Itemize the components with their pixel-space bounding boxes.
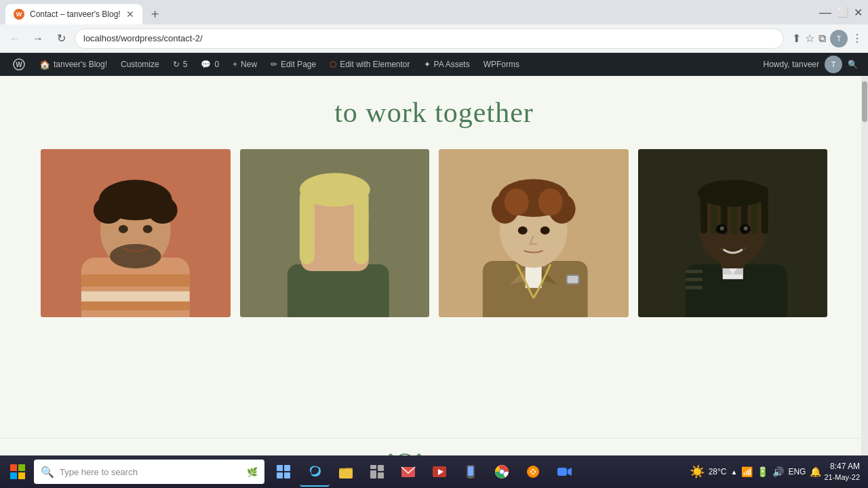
taskbar-edge[interactable] (300, 457, 330, 487)
taskbar-apps (269, 457, 579, 487)
svg-rect-49 (685, 270, 702, 273)
taskbar-time-display: 8:47 AM (824, 461, 860, 472)
taskbar-search-box[interactable]: 🔍 Type here to search 🌿 (34, 460, 264, 484)
pa-assets-button[interactable]: ✦ PA Assets (417, 53, 477, 76)
comments-icon: 💬 (201, 60, 211, 69)
user-avatar-adminbar[interactable]: T (825, 56, 842, 73)
volume-icon: 🔊 (772, 466, 784, 477)
svg-point-94 (470, 476, 471, 478)
split-icon[interactable]: ⧉ (818, 33, 826, 45)
svg-rect-79 (18, 472, 25, 479)
tab-close-button[interactable]: ✕ (126, 9, 134, 20)
menu-icon[interactable]: ⋮ (852, 32, 863, 45)
taskbar-email[interactable] (393, 457, 423, 487)
team-grid (41, 149, 827, 317)
team-card-1 (41, 149, 231, 317)
site-name-button[interactable]: 🏠 tanveer's Blog! (33, 53, 114, 76)
svg-rect-93 (468, 466, 473, 476)
tab-title: Contact – tanveer's Blog! (30, 9, 121, 19)
taskbar-system-icons: ☀️ 28°C ▲ 📶 🔋 🔊 ENG 🔔 (690, 464, 822, 479)
taskbar-settings[interactable] (362, 457, 392, 487)
start-button[interactable] (3, 457, 33, 487)
minimize-button[interactable]: — (819, 5, 831, 20)
user-avatar[interactable]: T (830, 30, 848, 47)
taskbar-clock[interactable]: 8:47 AM 21-May-22 (824, 461, 860, 483)
share-icon[interactable]: ⬆ (792, 32, 801, 45)
reload-button[interactable]: ↻ (52, 29, 71, 48)
svg-point-14 (143, 225, 153, 233)
hero-subtitle: to work together (334, 83, 534, 149)
new-button[interactable]: + New (226, 53, 264, 76)
address-bar[interactable]: localhost/wordpress/contact-2/ (75, 28, 784, 49)
scrollbar-thumb[interactable] (862, 81, 867, 122)
edit-page-button[interactable]: ✏ Edit Page (264, 53, 323, 76)
wpforms-button[interactable]: WPForms (477, 53, 526, 76)
back-button[interactable]: ← (5, 29, 24, 48)
svg-rect-50 (685, 278, 702, 281)
forward-button[interactable]: → (28, 29, 47, 48)
taskbar-chrome2[interactable] (518, 457, 548, 487)
wpforms-label: WPForms (484, 60, 519, 69)
svg-rect-82 (277, 472, 283, 479)
wp-logo-icon: W (12, 58, 26, 71)
svg-point-61 (697, 180, 768, 207)
wp-logo-button[interactable]: W (5, 53, 33, 76)
svg-rect-4 (81, 274, 190, 287)
svg-rect-81 (284, 465, 290, 471)
browser-addressbar: ← → ↻ localhost/wordpress/contact-2/ ⬆ ☆… (0, 24, 868, 53)
adminbar-search-icon[interactable]: 🔍 (842, 53, 863, 76)
new-icon: + (233, 60, 237, 69)
svg-rect-78 (10, 472, 17, 479)
svg-rect-100 (557, 468, 567, 476)
svg-rect-76 (10, 464, 17, 471)
page-content: to work together (0, 76, 868, 438)
svg-rect-88 (378, 472, 384, 479)
svg-point-97 (500, 470, 504, 474)
svg-point-10 (94, 197, 123, 224)
taskbar: 🔍 Type here to search 🌿 (0, 455, 868, 488)
active-tab[interactable]: W Contact – tanveer's Blog! ✕ (5, 4, 142, 24)
adminbar-right: Howdy, tanveer T 🔍 (758, 53, 863, 76)
team-card-2 (240, 149, 430, 317)
taskbar-search-icon: 🔍 (41, 466, 54, 479)
revisions-count: 5 (183, 60, 188, 69)
tab-favicon: W (14, 9, 24, 20)
svg-point-39 (538, 188, 563, 216)
taskbar-file-explorer[interactable] (331, 457, 361, 487)
edit-icon: ✏ (271, 60, 277, 69)
arrow-up-icon[interactable]: ▲ (731, 468, 738, 476)
scrollbar[interactable] (861, 76, 868, 455)
svg-point-27 (299, 173, 370, 207)
revisions-button[interactable]: ↻ 5 (166, 53, 195, 76)
notification-icon[interactable]: 🔔 (810, 466, 821, 477)
svg-marker-101 (568, 468, 572, 476)
weather-icon: ☀️ (690, 464, 705, 479)
svg-rect-16 (287, 264, 389, 317)
pa-icon: ✦ (424, 60, 431, 69)
bookmark-icon[interactable]: ☆ (805, 32, 814, 45)
svg-rect-43 (568, 276, 578, 283)
taskbar-zoom[interactable] (549, 457, 579, 487)
comments-button[interactable]: 💬 0 (194, 53, 226, 76)
address-text: localhost/wordpress/contact-2/ (83, 33, 203, 43)
site-name-label: tanveer's Blog! (54, 60, 107, 69)
customize-button[interactable]: Customize (114, 53, 166, 76)
svg-rect-6 (81, 302, 190, 310)
close-button[interactable]: ✕ (854, 6, 863, 19)
language-icon: ENG (788, 467, 806, 476)
taskbar-right: ☀️ 28°C ▲ 📶 🔋 🔊 ENG 🔔 8:47 AM 21-May-22 (690, 461, 865, 483)
tab-area: W Contact – tanveer's Blog! ✕ + (5, 0, 165, 24)
svg-text:W: W (16, 61, 22, 68)
taskbar-task-view[interactable] (269, 457, 298, 487)
maximize-button[interactable]: ⬜ (837, 7, 848, 18)
browser-toolbar-icons: ⬆ ☆ ⧉ T ⋮ (792, 30, 863, 47)
taskbar-chrome[interactable] (487, 457, 517, 487)
taskbar-phone[interactable] (456, 457, 486, 487)
new-tab-button[interactable]: + (145, 4, 165, 24)
svg-rect-86 (378, 465, 384, 471)
svg-point-41 (540, 226, 550, 235)
svg-point-11 (148, 197, 178, 224)
elementor-button[interactable]: ⬡ Edit with Elementor (323, 53, 416, 76)
taskbar-search-placeholder: Type here to search (60, 467, 138, 477)
taskbar-media[interactable] (425, 457, 454, 487)
